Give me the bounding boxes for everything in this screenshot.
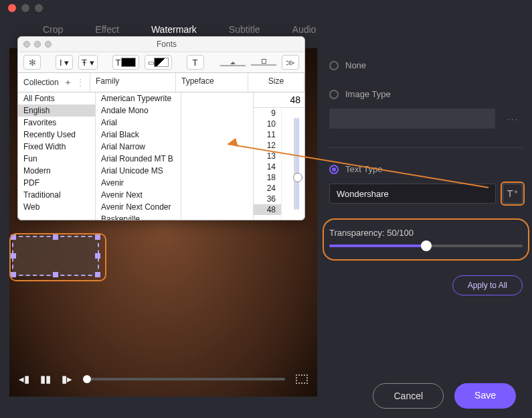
family-item[interactable]: Andale Mono (96, 104, 181, 117)
collection-item[interactable]: Fun (18, 153, 95, 165)
underline-dropdown[interactable]: I ▾ (56, 55, 73, 70)
fonts-panel-titlebar[interactable]: Fonts (18, 37, 304, 52)
collection-item[interactable]: Fixed Width (18, 141, 95, 153)
fonts-panel[interactable]: Fonts I ▾ Ŧ ▾ T ▭ T ≫ Collection ＋ ⋮ Fam… (17, 36, 305, 220)
save-button[interactable]: Save (454, 383, 516, 409)
text-color-button[interactable]: T (112, 55, 139, 70)
seek-thumb[interactable] (83, 375, 91, 383)
apply-to-all-button[interactable]: Apply to All (452, 275, 523, 295)
resize-handle[interactable] (11, 272, 16, 277)
family-item[interactable]: Avenir Next Conder (96, 201, 181, 213)
annotation-highlight (323, 218, 529, 261)
resize-handle[interactable] (95, 234, 100, 240)
size-item[interactable]: 10 (254, 119, 281, 129)
pause-icon[interactable]: ▮▮ (40, 373, 51, 385)
column-drag-icon[interactable]: ⋮ (76, 78, 84, 87)
image-path-field[interactable] (329, 109, 495, 129)
shadow-button[interactable]: T (187, 55, 204, 70)
family-item[interactable]: Baskerville (96, 213, 181, 220)
watermark-selection-box[interactable] (12, 236, 99, 276)
collection-item[interactable]: All Fonts (18, 92, 95, 104)
slider-fill (329, 245, 426, 247)
size-item[interactable]: 36 (254, 194, 281, 204)
watermark-text-option[interactable]: Text Type (329, 164, 523, 174)
size-item[interactable]: 11 (254, 129, 281, 140)
family-item[interactable]: Arial Rounded MT B (96, 153, 181, 165)
family-item[interactable]: Arial (96, 117, 181, 129)
resize-handle[interactable] (53, 272, 58, 277)
size-slider[interactable] (282, 108, 304, 220)
size-item[interactable]: 13 (254, 151, 281, 161)
collection-list[interactable]: All FontsEnglishFavoritesRecently UsedFi… (18, 92, 96, 220)
minimize-window-dot[interactable] (21, 4, 29, 12)
family-item[interactable]: Avenir (96, 177, 181, 189)
divider (329, 147, 523, 148)
typeface-list[interactable] (181, 92, 254, 220)
family-item[interactable]: Avenir Next (96, 189, 181, 201)
next-frame-icon[interactable]: ▮▸ (62, 373, 72, 385)
playback-bar: ◂▮ ▮▮ ▮▸ (9, 366, 317, 393)
watermark-image-option[interactable]: Image Type (329, 89, 523, 99)
slider-thumb[interactable] (421, 240, 432, 251)
kerning-slider-icon[interactable] (220, 59, 246, 66)
fonts-panel-title: Fonts (52, 40, 304, 49)
size-header: Size (248, 73, 304, 92)
size-item[interactable]: 24 (254, 183, 281, 194)
size-item[interactable]: 9 (254, 108, 281, 119)
strikethrough-dropdown[interactable]: Ŧ ▾ (78, 55, 98, 70)
doc-color-button[interactable]: ▭ (145, 55, 172, 70)
fonts-toolbar: I ▾ Ŧ ▾ T ▭ T ≫ (18, 52, 304, 73)
radio-icon (329, 90, 339, 99)
prev-frame-icon[interactable]: ◂▮ (19, 373, 29, 385)
none-label: None (345, 60, 366, 70)
watermark-text-input[interactable] (329, 184, 496, 204)
text-type-label: Text Type (345, 164, 382, 174)
dialog-footer: Cancel Save (373, 383, 516, 409)
font-settings-button[interactable]: T⁺ (503, 184, 523, 204)
resize-handle[interactable] (95, 253, 100, 259)
slider-thumb[interactable] (293, 173, 302, 182)
size-list[interactable]: 9101112131418243648 (254, 108, 282, 220)
image-type-label: Image Type (345, 89, 391, 99)
resize-handle[interactable] (11, 234, 16, 240)
close-icon[interactable] (23, 41, 30, 48)
collection-item[interactable]: Recently Used (18, 129, 95, 141)
resize-handle[interactable] (53, 234, 58, 240)
collection-header: Collection (23, 78, 59, 87)
fullscreen-icon[interactable] (296, 374, 308, 384)
collection-item[interactable]: English (18, 104, 95, 117)
collection-item[interactable]: PDF (18, 177, 95, 189)
seek-slider[interactable] (83, 378, 285, 380)
family-item[interactable]: Arial Narrow (96, 141, 181, 153)
collection-item[interactable]: Favorites (18, 117, 95, 129)
more-icon[interactable]: ≫ (282, 55, 299, 70)
zoom-icon[interactable] (45, 41, 52, 48)
browse-image-button[interactable]: ··· (503, 114, 523, 124)
collection-item[interactable]: Modern (18, 165, 95, 177)
family-item[interactable]: Arial Unicode MS (96, 165, 181, 177)
size-item[interactable]: 48 (254, 204, 281, 215)
size-input[interactable] (254, 92, 304, 108)
collection-item[interactable]: Traditional (18, 189, 95, 201)
gear-icon[interactable] (23, 55, 41, 70)
family-list[interactable]: American TypewriteAndale MonoArialArial … (96, 92, 181, 220)
family-header: Family (90, 73, 176, 92)
collection-item[interactable]: Web (18, 201, 95, 213)
tracking-slider-icon[interactable] (251, 59, 276, 66)
text-format-icon: T⁺ (507, 188, 518, 200)
minimize-icon[interactable] (34, 41, 41, 48)
size-item[interactable]: 12 (254, 140, 281, 151)
zoom-window-dot[interactable] (35, 4, 43, 12)
watermark-none-option[interactable]: None (329, 60, 523, 70)
resize-handle[interactable] (11, 253, 16, 259)
radio-icon (329, 165, 339, 174)
family-item[interactable]: Arial Black (96, 129, 181, 141)
family-item[interactable]: American Typewrite (96, 92, 181, 104)
resize-handle[interactable] (95, 272, 100, 277)
size-item[interactable]: 18 (254, 172, 281, 183)
cancel-button[interactable]: Cancel (373, 383, 444, 409)
size-item[interactable]: 14 (254, 161, 281, 172)
add-collection-icon[interactable]: ＋ (64, 76, 72, 88)
close-window-dot[interactable] (8, 4, 16, 12)
transparency-slider[interactable] (329, 245, 523, 247)
